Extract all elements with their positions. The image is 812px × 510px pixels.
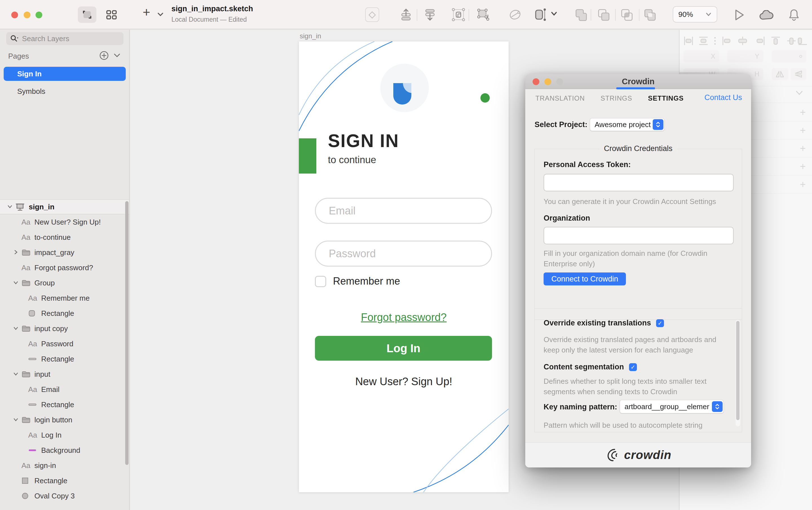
page-item-symbols[interactable]: Symbols (4, 84, 126, 98)
x-label: X (711, 52, 715, 60)
layer-chevron-right-icon[interactable] (13, 248, 19, 257)
add-page-button[interactable] (99, 51, 109, 61)
flip-vertical-button[interactable] (790, 68, 806, 80)
boolean-subtract-button[interactable] (597, 7, 611, 23)
toolbar-divider (591, 9, 591, 21)
tab-translation[interactable]: TRANSLATION (535, 94, 585, 102)
active-tab-indicator (616, 87, 655, 89)
zoom-window-button[interactable] (35, 11, 42, 18)
move-backward-button[interactable] (423, 7, 438, 23)
layer-row[interactable]: input copy (0, 321, 129, 336)
layer-row[interactable]: impact_gray (0, 245, 129, 260)
minimize-window-button[interactable] (24, 11, 30, 18)
email-field[interactable]: Email (315, 198, 492, 224)
sign-up-text[interactable]: New User? Sign Up! (299, 376, 509, 388)
project-select[interactable]: Awesome project (590, 118, 665, 131)
layer-row[interactable]: AaPassword (0, 336, 129, 351)
connect-button-label: Connect to Crowdin (551, 275, 618, 283)
zoom-level-dropdown[interactable]: 90% (673, 6, 717, 23)
grid-view-toggle[interactable] (103, 8, 121, 22)
boolean-difference-button[interactable] (643, 7, 658, 23)
layer-row[interactable]: Rectangle (0, 306, 129, 321)
token-input[interactable] (544, 174, 734, 191)
layer-row[interactable]: AaNew User? Sign Up! (0, 214, 129, 230)
layer-row[interactable]: Aasign-in (0, 458, 129, 473)
flip-horizontal-button[interactable] (772, 68, 788, 80)
logo-dot (481, 93, 490, 102)
y-position-input[interactable]: Y (727, 51, 763, 62)
layer-row[interactable]: login button (0, 412, 129, 427)
organization-input[interactable] (544, 227, 734, 244)
connect-to-crowdin-button[interactable]: Connect to Crowdin (544, 272, 626, 286)
contact-us-link[interactable]: Contact Us (704, 93, 742, 102)
advanced-scrollbar-thumb[interactable] (736, 321, 740, 420)
forgot-password-link[interactable]: Forgot password? (299, 311, 509, 324)
layer-chevron-down-icon[interactable] (13, 416, 19, 424)
layer-chevron-down-icon[interactable] (7, 203, 13, 211)
preview-button[interactable] (734, 8, 745, 23)
key-naming-select[interactable]: artboard__group__elemer (620, 400, 724, 413)
email-placeholder: Email (329, 205, 355, 217)
close-window-button[interactable] (11, 11, 18, 18)
layer-row[interactable]: Oval Copy 3 (0, 488, 129, 504)
cloud-share-button[interactable] (758, 10, 775, 22)
dialog-titlebar[interactable]: Crowdin (525, 74, 751, 89)
section-chevron-icon[interactable] (795, 90, 804, 96)
layer-row[interactable]: Group (0, 275, 129, 291)
layer-row[interactable]: AaRemember me (0, 291, 129, 306)
text-layer-icon: Aa (22, 233, 30, 242)
segmentation-label: Content segmentation (544, 363, 624, 371)
boolean-intersect-button[interactable] (620, 7, 634, 23)
move-forward-button[interactable] (399, 7, 414, 23)
layer-row[interactable]: Background (0, 443, 129, 458)
y-label: Y (755, 52, 759, 60)
password-placeholder: Password (329, 248, 376, 260)
rotation-input[interactable] (772, 51, 806, 62)
layer-chevron-down-icon[interactable] (13, 324, 19, 333)
layer-row[interactable]: Rectangle (0, 397, 129, 412)
canvas-view-toggle[interactable] (78, 6, 96, 23)
page-item-sign-in[interactable]: Sign In (4, 67, 126, 81)
insert-chevron-icon[interactable] (157, 12, 164, 18)
toolbar-divider (615, 9, 616, 21)
log-in-button[interactable]: Log In (315, 336, 492, 361)
layer-row[interactable]: AaEmail (0, 382, 129, 397)
scale-chevron-icon[interactable] (550, 11, 558, 18)
remember-me-checkbox[interactable] (315, 276, 326, 287)
text-layer-icon: Aa (28, 339, 37, 348)
boolean-union-button[interactable] (574, 7, 589, 23)
notifications-bell-button[interactable] (788, 8, 800, 23)
layer-chevron-down-icon[interactable] (13, 370, 19, 379)
layer-chevron-down-icon[interactable] (13, 279, 19, 288)
ungroup-button[interactable] (475, 7, 491, 23)
create-symbol-button[interactable] (365, 7, 379, 22)
layer-label: impact_gray (34, 248, 75, 257)
layer-row[interactable]: Rectangle (0, 473, 129, 488)
layer-row-artboard[interactable]: sign_in (0, 199, 129, 214)
override-checkbox[interactable]: ✓ (656, 319, 664, 327)
insert-button[interactable]: + (143, 4, 150, 20)
x-position-input[interactable]: X (684, 51, 719, 62)
layer-row[interactable]: Aato-continue (0, 230, 129, 245)
select-stepper-icon (712, 401, 723, 412)
artboard-sign-in[interactable]: SIGN IN to continue Email Password Remem… (299, 41, 509, 492)
layer-row[interactable]: input (0, 367, 129, 382)
scale-button[interactable] (533, 7, 548, 23)
rotate-button[interactable] (508, 7, 523, 23)
override-label: Override existing translations (544, 319, 651, 327)
layer-row[interactable]: Rectangle (0, 351, 129, 367)
artboard-title[interactable]: sign_in (300, 32, 321, 40)
pages-collapse-chevron[interactable] (113, 53, 121, 59)
tab-strings[interactable]: STRINGS (601, 94, 632, 102)
group-button[interactable] (451, 7, 466, 23)
password-field[interactable]: Password (315, 241, 492, 267)
sidebar-scrollbar[interactable] (125, 201, 128, 465)
layer-label: sign_in (29, 203, 54, 211)
toolbar-divider (469, 9, 469, 21)
layer-row[interactable]: AaForgot password? (0, 260, 129, 275)
segmentation-checkbox[interactable]: ✓ (629, 363, 637, 371)
tab-settings[interactable]: SETTINGS (648, 94, 684, 102)
layer-row[interactable]: AaLog In (0, 427, 129, 443)
search-layers-field[interactable]: Search Layers (6, 32, 123, 45)
dialog-tabs: TRANSLATION STRINGS SETTINGS (535, 94, 684, 102)
